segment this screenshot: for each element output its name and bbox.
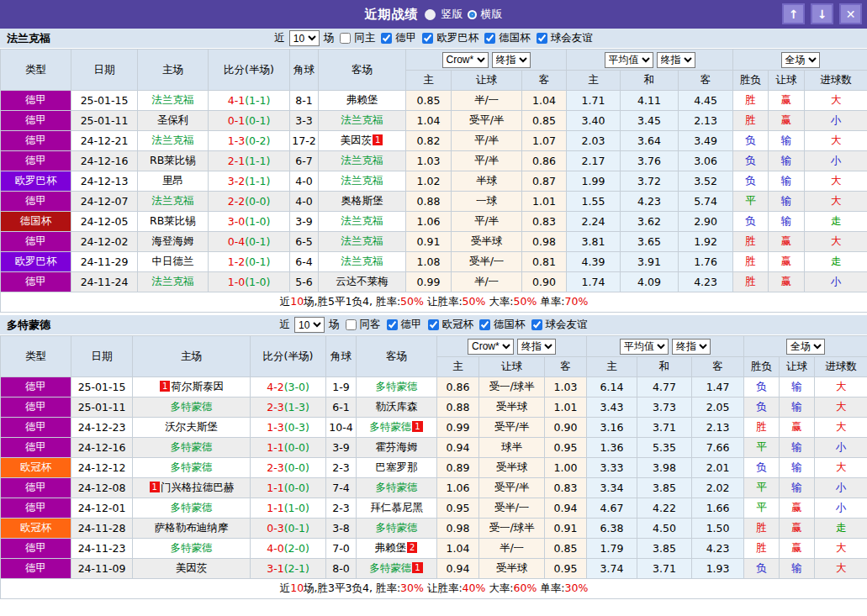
away-team-cell: 弗赖堡2 bbox=[357, 539, 437, 559]
league-type-cell: 德甲 bbox=[1, 111, 71, 131]
team-link[interactable]: 弗赖堡 bbox=[346, 93, 378, 106]
date-cell: 24-11-29 bbox=[71, 252, 138, 272]
team-link[interactable]: 多特蒙德 bbox=[376, 481, 418, 493]
team-link[interactable]: 法兰克福 bbox=[341, 214, 383, 227]
scroll-down-button[interactable]: ↓ bbox=[811, 3, 833, 24]
team-link[interactable]: 多特蒙德 bbox=[369, 561, 411, 574]
team-link[interactable]: 法兰克福 bbox=[152, 194, 194, 207]
league-filter-checkbox[interactable] bbox=[537, 33, 547, 44]
odds-away-cell: 0.91 bbox=[545, 519, 587, 539]
match-count-select[interactable]: 10 bbox=[289, 30, 320, 46]
match-row: 德甲24-12-23沃尔夫斯堡1-3(0-3)10-4多特蒙德10.99受平/半… bbox=[1, 418, 867, 438]
team-link[interactable]: 荷尔斯泰因 bbox=[171, 380, 224, 392]
league-filter-checkbox[interactable] bbox=[387, 319, 398, 330]
match-count-select[interactable]: 10 bbox=[294, 317, 325, 333]
team-link[interactable]: 萨格勒布迪纳摩 bbox=[155, 521, 229, 534]
odds-home-cell: 0.88 bbox=[406, 192, 452, 212]
odds-stage-select[interactable]: 终指 bbox=[517, 339, 556, 355]
team-link[interactable]: 法兰克福 bbox=[152, 275, 194, 287]
summary-segment: 单率: bbox=[537, 582, 564, 594]
team-link[interactable]: 奥格斯堡 bbox=[341, 194, 383, 207]
team-link[interactable]: 多特蒙德 bbox=[171, 440, 213, 453]
team-link[interactable]: 法兰克福 bbox=[152, 134, 194, 146]
team-link[interactable]: 法兰克福 bbox=[341, 255, 383, 267]
team-link[interactable]: 多特蒙德 bbox=[376, 521, 418, 534]
result-wdl-cell: 胜 bbox=[733, 252, 769, 272]
team-link[interactable]: 多特蒙德 bbox=[171, 501, 213, 513]
league-filter-checkbox[interactable] bbox=[484, 33, 495, 44]
team-link[interactable]: 圣保利 bbox=[157, 113, 189, 126]
team-link[interactable]: 美因茨 bbox=[341, 134, 373, 146]
league-filter-checkbox[interactable] bbox=[479, 319, 490, 330]
avg-stage-select[interactable]: 终指 bbox=[672, 339, 711, 355]
team-link[interactable]: 霍芬海姆 bbox=[376, 440, 418, 453]
team-link[interactable]: 美因茨 bbox=[176, 561, 208, 574]
league-filter-checkbox[interactable] bbox=[422, 33, 433, 44]
col-header-away: 客场 bbox=[357, 336, 437, 377]
odds-company-select[interactable]: Crow* bbox=[468, 339, 514, 355]
col-header-date: 日期 bbox=[71, 50, 138, 91]
same-venue-checkbox[interactable] bbox=[346, 319, 357, 330]
odds-away-cell: 1.03 bbox=[545, 377, 587, 398]
avg-stage-select[interactable]: 终指 bbox=[657, 52, 695, 68]
team-link[interactable]: 中日德兰 bbox=[152, 255, 194, 267]
team-link[interactable]: 多特蒙德 bbox=[376, 380, 418, 392]
team-link[interactable]: 海登海姆 bbox=[152, 234, 194, 247]
team-link[interactable]: 多特蒙德 bbox=[369, 420, 411, 433]
team-link[interactable]: 门兴格拉德巴赫 bbox=[161, 481, 235, 493]
close-button[interactable]: ✕ bbox=[839, 3, 862, 24]
scroll-up-button[interactable]: ↑ bbox=[782, 3, 805, 24]
odds-away-cell: 1.01 bbox=[545, 398, 587, 418]
result-wdl-cell: 负 bbox=[744, 559, 780, 579]
league-filter-checkbox[interactable] bbox=[428, 319, 439, 330]
league-filter-checkbox[interactable] bbox=[531, 319, 542, 330]
team-link[interactable]: 法兰克福 bbox=[341, 234, 383, 247]
team-link[interactable]: RB莱比锡 bbox=[150, 214, 196, 227]
team-link[interactable]: 法兰克福 bbox=[341, 174, 383, 187]
corner-cell: 10-4 bbox=[326, 418, 357, 438]
odds-home-cell: 0.91 bbox=[406, 232, 452, 252]
summary-segment: 近 bbox=[280, 295, 291, 308]
red-card-badge: 1 bbox=[373, 134, 383, 145]
fulltime-score: 0-3 bbox=[267, 522, 283, 534]
horizontal-layout-radio[interactable] bbox=[469, 12, 475, 18]
match-scope-select[interactable]: 全场 bbox=[786, 339, 825, 355]
team-link[interactable]: 勒沃库森 bbox=[376, 400, 418, 413]
result-wdl-cell: 负 bbox=[744, 458, 780, 478]
team-link[interactable]: 巴塞罗那 bbox=[376, 461, 418, 473]
halftime-score: (0-1) bbox=[245, 235, 270, 248]
result-handicap-cell: 输 bbox=[780, 377, 815, 398]
team-link[interactable]: 云达不莱梅 bbox=[336, 275, 389, 287]
summary-segment: 30% bbox=[400, 582, 424, 594]
team-link[interactable]: 法兰克福 bbox=[341, 113, 383, 126]
team-link[interactable]: 弗赖堡 bbox=[375, 541, 407, 554]
col-header-type: 类型 bbox=[1, 50, 71, 91]
result-goals-cell: 小 bbox=[805, 111, 867, 131]
team-link[interactable]: 拜仁慕尼黑 bbox=[370, 501, 423, 513]
same-venue-label: 同主 bbox=[353, 31, 376, 45]
odds-away-cell: 0.86 bbox=[522, 151, 567, 171]
team-link[interactable]: 多特蒙德 bbox=[171, 461, 213, 473]
league-filter-checkbox[interactable] bbox=[381, 33, 392, 44]
summary-segment: 10 bbox=[290, 295, 304, 308]
team-link[interactable]: 法兰克福 bbox=[152, 93, 194, 106]
match-row: 德甲24-11-09美因茨3-1(2-1)8-0多特蒙德10.94受半球0.95… bbox=[1, 559, 867, 579]
vertical-layout-radio[interactable] bbox=[425, 9, 436, 20]
league-type-cell: 德甲 bbox=[1, 91, 71, 111]
team-link[interactable]: 多特蒙德 bbox=[171, 541, 213, 554]
match-scope-select[interactable]: 全场 bbox=[781, 52, 820, 68]
odds-company-select[interactable]: Crow* bbox=[442, 52, 489, 68]
same-venue-checkbox[interactable] bbox=[340, 33, 351, 44]
result-handicap-cell: 赢 bbox=[769, 232, 805, 252]
odds-stage-select[interactable]: 终指 bbox=[492, 52, 531, 68]
corner-cell: 3-8 bbox=[326, 519, 357, 539]
average-select[interactable]: 平均值 bbox=[620, 339, 669, 355]
team-link[interactable]: RB莱比锡 bbox=[150, 154, 196, 166]
team-link[interactable]: 里昂 bbox=[162, 174, 183, 187]
average-select[interactable]: 平均值 bbox=[605, 52, 653, 68]
avg-draw-cell: 4.11 bbox=[621, 91, 679, 111]
date-cell: 24-12-23 bbox=[71, 418, 133, 438]
team-link[interactable]: 法兰克福 bbox=[341, 154, 383, 166]
team-link[interactable]: 多特蒙德 bbox=[171, 400, 213, 413]
team-link[interactable]: 沃尔夫斯堡 bbox=[165, 420, 218, 433]
